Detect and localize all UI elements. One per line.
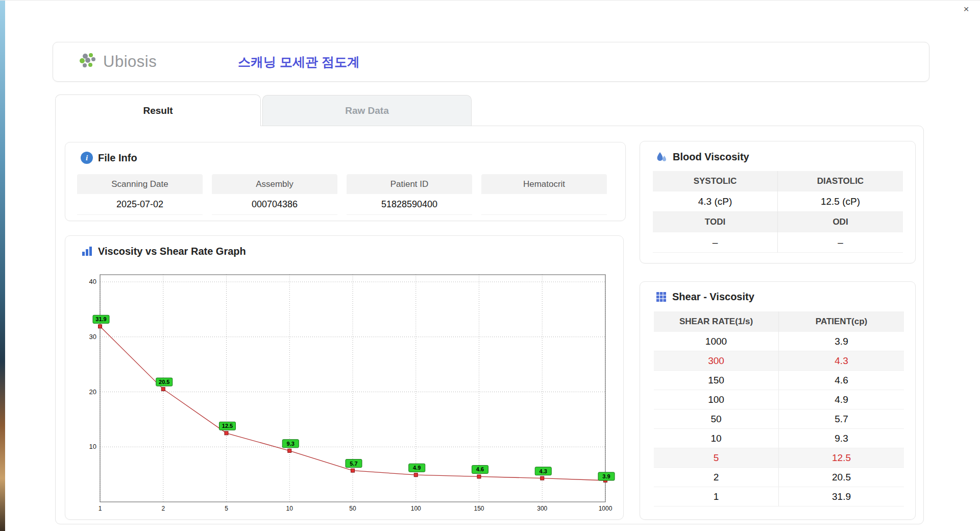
sv-patient: 4.6 bbox=[779, 371, 904, 390]
svg-text:300: 300 bbox=[537, 505, 547, 512]
field-scanning-date: Scanning Date 2025-07-02 bbox=[77, 174, 203, 215]
sv-patient: 9.3 bbox=[779, 429, 904, 448]
tab-raw-data-label: Raw Data bbox=[345, 105, 389, 116]
field-assembly: Assembly 000704386 bbox=[212, 174, 337, 215]
svg-text:5.7: 5.7 bbox=[350, 461, 357, 467]
sv-header-row: SHEAR RATE(1/s) PATIENT(cp) bbox=[654, 311, 904, 332]
sv-patient: 5.7 bbox=[779, 409, 904, 429]
bv-value-systolic: 4.3 (cP) bbox=[653, 191, 778, 212]
bv-header-todi: TODI bbox=[653, 212, 778, 232]
close-icon[interactable]: × bbox=[960, 3, 973, 16]
bv-value-todi: – bbox=[653, 232, 778, 253]
bv-value-row: – – bbox=[653, 232, 903, 253]
svg-text:4.9: 4.9 bbox=[413, 465, 421, 471]
bv-value-diastolic: 12.5 (cP) bbox=[778, 191, 903, 212]
table-row: 1 31.9 bbox=[654, 487, 904, 506]
shear-viscosity-card: Shear - Viscosity SHEAR RATE(1/s) PATIEN… bbox=[640, 281, 916, 520]
app-window: × Ubiosis 스캐닝 모세관 점도계 Result Raw Data i bbox=[0, 0, 980, 531]
bv-header-diastolic: DIASTOLIC bbox=[778, 171, 903, 191]
sv-patient: 31.9 bbox=[779, 487, 904, 506]
blood-viscosity-title-row: Blood Viscosity bbox=[655, 151, 749, 163]
table-row: 1000 3.9 bbox=[654, 332, 904, 351]
field-label: Scanning Date bbox=[77, 174, 203, 194]
svg-text:100: 100 bbox=[411, 505, 421, 512]
bv-header-odi: ODI bbox=[778, 212, 903, 232]
bv-header-row: TODI ODI bbox=[653, 212, 903, 232]
sv-rate: 300 bbox=[654, 351, 779, 371]
table-row: 5 12.5 bbox=[654, 448, 904, 468]
table-row: 2 20.5 bbox=[654, 468, 904, 487]
field-value: 51828590400 bbox=[347, 194, 472, 215]
desktop-edge bbox=[0, 1, 5, 531]
sv-patient: 20.5 bbox=[779, 468, 904, 487]
svg-text:2: 2 bbox=[161, 505, 165, 512]
field-hematocrit: Hematocrit bbox=[481, 174, 607, 215]
bar-chart-icon bbox=[81, 245, 93, 257]
sv-rate: 50 bbox=[654, 409, 779, 429]
file-info-title-row: i File Info bbox=[81, 152, 137, 164]
brand-logo: Ubiosis bbox=[79, 52, 157, 71]
svg-text:4.6: 4.6 bbox=[476, 466, 484, 472]
svg-text:10: 10 bbox=[89, 443, 96, 450]
field-label: Hematocrit bbox=[481, 174, 607, 194]
table-row: 50 5.7 bbox=[654, 409, 904, 429]
svg-text:20.5: 20.5 bbox=[159, 379, 169, 385]
info-icon: i bbox=[81, 152, 93, 164]
file-info-title: File Info bbox=[98, 152, 137, 164]
table-row: 100 4.9 bbox=[654, 390, 904, 409]
sv-rate: 100 bbox=[654, 390, 779, 409]
file-info-card: i File Info Scanning Date 2025-07-02 Ass… bbox=[65, 142, 626, 221]
sv-patient: 4.3 bbox=[779, 351, 904, 371]
sv-rate: 150 bbox=[654, 371, 779, 390]
shear-viscosity-title-row: Shear - Viscosity bbox=[655, 291, 754, 303]
logo-dots-icon bbox=[79, 52, 100, 71]
shear-viscosity-title: Shear - Viscosity bbox=[672, 291, 754, 303]
svg-text:150: 150 bbox=[474, 505, 484, 512]
app-title: 스캐닝 모세관 점도계 bbox=[238, 54, 360, 70]
bv-header-row: SYSTOLIC DIASTOLIC bbox=[653, 171, 903, 191]
field-label: Assembly bbox=[212, 174, 337, 194]
graph-card: Viscosity vs Shear Rate Graph 1020304012… bbox=[65, 235, 624, 520]
blood-viscosity-card: Blood Viscosity SYSTOLIC DIASTOLIC 4.3 (… bbox=[640, 141, 916, 263]
tab-result-label: Result bbox=[143, 105, 173, 116]
field-value bbox=[481, 194, 607, 215]
svg-text:4.3: 4.3 bbox=[540, 468, 547, 474]
sv-patient: 12.5 bbox=[779, 448, 904, 468]
sv-patient: 4.9 bbox=[779, 390, 904, 409]
field-value: 000704386 bbox=[212, 194, 337, 215]
blood-viscosity-table: SYSTOLIC DIASTOLIC 4.3 (cP) 12.5 (cP) TO… bbox=[653, 171, 903, 253]
tab-result[interactable]: Result bbox=[55, 94, 261, 126]
brand-text: Ubiosis bbox=[103, 53, 157, 71]
field-patient-id: Patient ID 51828590400 bbox=[347, 174, 472, 215]
svg-text:1: 1 bbox=[99, 505, 102, 512]
svg-text:1000: 1000 bbox=[599, 505, 612, 512]
svg-text:40: 40 bbox=[89, 278, 96, 285]
field-label: Patient ID bbox=[347, 174, 472, 194]
table-grid-icon bbox=[655, 291, 667, 303]
table-row: 150 4.6 bbox=[654, 371, 904, 390]
shear-viscosity-table: SHEAR RATE(1/s) PATIENT(cp) 1000 3.9 300… bbox=[654, 311, 904, 506]
sv-rate: 1 bbox=[654, 487, 779, 506]
sv-patient: 3.9 bbox=[779, 332, 904, 351]
sv-rate: 2 bbox=[654, 468, 779, 487]
svg-text:50: 50 bbox=[349, 505, 356, 512]
graph-title: Viscosity vs Shear Rate Graph bbox=[98, 246, 246, 257]
content-panel: i File Info Scanning Date 2025-07-02 Ass… bbox=[55, 126, 924, 524]
svg-text:5: 5 bbox=[225, 505, 228, 512]
sv-col-shear-rate: SHEAR RATE(1/s) bbox=[654, 311, 779, 332]
blood-drop-icon bbox=[655, 151, 668, 163]
header: Ubiosis 스캐닝 모세관 점도계 bbox=[53, 42, 929, 82]
sv-rate: 10 bbox=[654, 429, 779, 448]
bv-header-systolic: SYSTOLIC bbox=[653, 171, 778, 191]
svg-text:31.9: 31.9 bbox=[95, 316, 106, 322]
table-row: 300 4.3 bbox=[654, 351, 904, 371]
graph-title-row: Viscosity vs Shear Rate Graph bbox=[81, 245, 246, 257]
viscosity-chart: 102030401251050100150300100031.920.512.5… bbox=[76, 267, 617, 517]
sv-rate: 5 bbox=[654, 448, 779, 468]
tab-raw-data[interactable]: Raw Data bbox=[262, 95, 472, 126]
sv-rate: 1000 bbox=[654, 332, 779, 351]
file-info-fields: Scanning Date 2025-07-02 Assembly 000704… bbox=[77, 174, 607, 215]
svg-text:12.5: 12.5 bbox=[222, 423, 233, 429]
table-row: 10 9.3 bbox=[654, 429, 904, 448]
svg-text:9.3: 9.3 bbox=[287, 441, 295, 447]
